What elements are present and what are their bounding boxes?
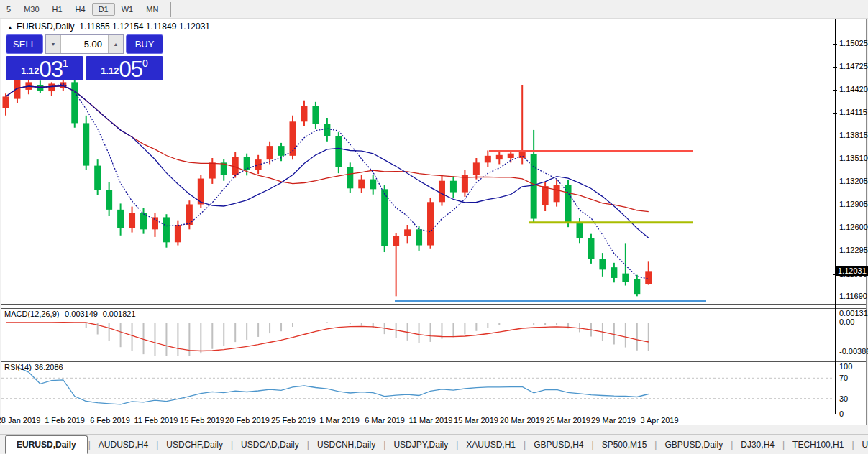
timeframe-h4[interactable]: H4 xyxy=(69,3,92,16)
price-axis-label: 1.15025 xyxy=(839,39,868,47)
date-label: 3 Apr 2019 xyxy=(640,416,678,425)
tab-usdjpy-daily[interactable]: USDJPY,Daily xyxy=(386,436,455,453)
buy-button[interactable]: BUY xyxy=(126,34,163,54)
candle-body xyxy=(416,229,422,245)
rsi-pane[interactable]: RSI(14)36.2086 10070300 xyxy=(1,361,866,414)
candle-body xyxy=(370,180,376,190)
tab-separator: | xyxy=(524,440,526,450)
candle-body xyxy=(106,190,112,209)
macd-histogram-bar xyxy=(154,323,155,356)
macd-histogram-bar xyxy=(326,322,328,323)
chart-symbol-label: EURUSD,Daily xyxy=(17,22,75,32)
macd-histogram-bar xyxy=(132,323,133,351)
price-axis-label: 1.14115 xyxy=(839,108,867,116)
tab-xauusd-h1[interactable]: XAUUSD,H1 xyxy=(459,436,523,453)
tab-separator: | xyxy=(383,440,385,450)
tab-usdchf-daily[interactable]: USDCHF,Daily xyxy=(159,436,230,453)
tab-separator: | xyxy=(307,440,309,450)
candle-body xyxy=(450,181,457,193)
tab-gbpusd-h4[interactable]: GBPUSD,H4 xyxy=(526,436,590,453)
volume-increase-button[interactable]: ▲ xyxy=(108,35,123,53)
timeframe-5[interactable]: 5 xyxy=(0,3,17,16)
candle-body xyxy=(312,106,319,124)
candle-body xyxy=(634,279,640,294)
macd-axis-label: 0.00 xyxy=(839,318,854,326)
date-label: 15 Mar 2019 xyxy=(454,416,498,425)
tab-separator: | xyxy=(156,440,158,450)
tab-sp500-m15[interactable]: SP500,M15 xyxy=(595,436,654,453)
tab-ukc[interactable]: UKC xyxy=(855,436,868,453)
chart-title-bar: ▲EURUSD,Daily 1.11855 1.12154 1.11849 1.… xyxy=(7,22,210,32)
rsi-axis-label: 100 xyxy=(839,362,852,371)
macd-histogram-bar xyxy=(556,323,557,325)
candle-body xyxy=(611,267,617,278)
candle-body xyxy=(645,271,652,284)
macd-histogram-bar xyxy=(211,323,213,349)
price-axis-tick xyxy=(833,205,837,205)
tab-usdcad-daily[interactable]: USDCAD,Daily xyxy=(234,436,306,453)
date-label: 25 Mar 2019 xyxy=(546,416,590,425)
candle-body xyxy=(278,146,285,156)
candle-body xyxy=(404,229,411,236)
moving-average-20 xyxy=(6,86,649,212)
candle-body xyxy=(71,82,78,123)
date-label: 25 Feb 2019 xyxy=(271,416,316,425)
date-axis[interactable]: 28 Jan 20191 Feb 20196 Feb 201911 Feb 20… xyxy=(1,414,866,426)
candle-body xyxy=(3,96,9,108)
timeframe-d1[interactable]: D1 xyxy=(92,3,115,16)
date-label: 6 Mar 2019 xyxy=(365,416,405,425)
collapse-arrow-icon[interactable]: ▲ xyxy=(7,24,13,31)
volume-input[interactable]: 5.00 xyxy=(61,35,108,53)
volume-decrease-button[interactable]: ▼ xyxy=(46,35,61,53)
macd-histogram-bar xyxy=(613,323,615,344)
tab-separator: | xyxy=(782,440,785,450)
price-axis-tick xyxy=(833,44,837,45)
sell-button[interactable]: SELL xyxy=(6,34,43,54)
price-axis-label: 1.11690 xyxy=(839,292,867,300)
candle-body xyxy=(117,210,124,228)
macd-histogram-bar xyxy=(165,323,167,356)
candle-body xyxy=(267,146,273,159)
macd-label: MACD(12,26,9)-0.003149 -0.001821 xyxy=(4,310,139,318)
tab-usdcnh-daily[interactable]: USDCNH,Daily xyxy=(310,436,383,453)
candle-body xyxy=(83,123,89,165)
date-label: 15 Feb 2019 xyxy=(180,416,224,425)
tab-audusd-h4[interactable]: AUDUSD,H4 xyxy=(91,436,155,453)
macd-histogram-bar xyxy=(269,323,270,333)
candle-body xyxy=(496,155,503,159)
timeframe-m30[interactable]: M30 xyxy=(17,3,45,16)
tab-tech100-h1[interactable]: TECH100,H1 xyxy=(785,436,851,453)
candle-body xyxy=(140,213,147,229)
sell-price-display[interactable]: 1.12 03 1 xyxy=(6,56,83,80)
candle-body xyxy=(485,156,491,163)
macd-histogram-bar xyxy=(430,323,431,342)
candle-body xyxy=(393,236,399,246)
macd-histogram-bar xyxy=(350,323,351,324)
tab-gbpusd-daily[interactable]: GBPUSD,Daily xyxy=(657,436,730,453)
timeframe-w1[interactable]: W1 xyxy=(115,3,140,16)
candle-body xyxy=(301,106,307,121)
candle-body xyxy=(588,238,594,259)
candle-body xyxy=(335,136,342,167)
tab-dj30-h4[interactable]: DJ30,H4 xyxy=(734,436,782,453)
tab-eurusd-daily[interactable]: EURUSD,Daily xyxy=(5,435,88,454)
candle-body xyxy=(577,223,583,238)
price-axis-tick xyxy=(833,136,837,136)
tab-separator: | xyxy=(851,440,854,450)
date-label: 20 Mar 2019 xyxy=(500,416,544,425)
macd-pane[interactable]: MACD(12,26,9)-0.003149 -0.001821 0.00131… xyxy=(1,308,866,358)
timeframe-mn[interactable]: MN xyxy=(140,3,165,16)
macd-histogram-bar xyxy=(498,323,500,325)
price-axis-label: 1.13510 xyxy=(839,154,868,162)
tab-separator: | xyxy=(88,440,91,450)
date-label: 29 Mar 2019 xyxy=(591,416,636,425)
price-axis-tick xyxy=(833,113,837,114)
buy-price-display[interactable]: 1.12 05 0 xyxy=(86,56,163,80)
macd-histogram-bar xyxy=(407,323,408,340)
moving-average-5 xyxy=(6,84,649,279)
candle-body xyxy=(244,157,250,170)
timeframe-h1[interactable]: H1 xyxy=(46,3,69,16)
macd-histogram-bar xyxy=(567,323,569,328)
chart-ohlc-values: 1.11855 1.12154 1.11849 1.12031 xyxy=(79,22,210,32)
price-axis-label: 1.12600 xyxy=(839,223,868,231)
